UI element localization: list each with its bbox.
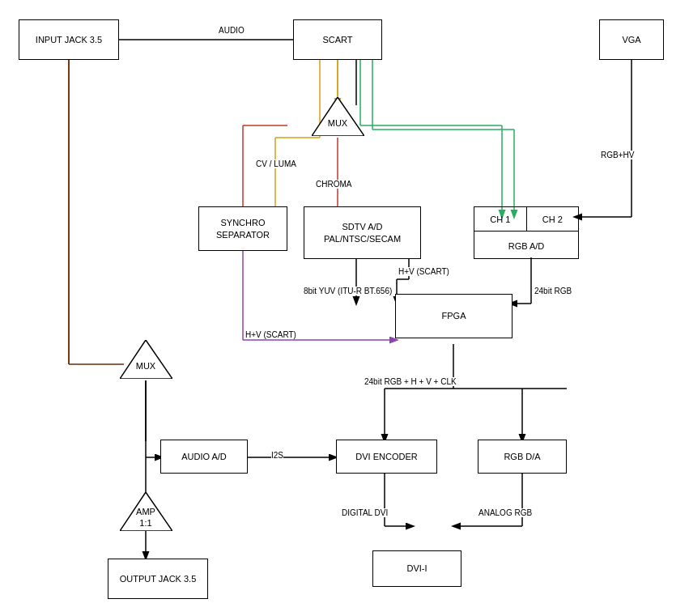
hv-scart-label1: H+V (SCART) [398, 267, 449, 276]
amp-triangle: AMP 1:1 [120, 492, 172, 531]
vga-box: VGA [599, 19, 664, 60]
sdtv-ad-label: SDTV A/D PAL/NTSC/SECAM [324, 221, 401, 244]
dvi-i-label: DVI-I [406, 563, 427, 574]
rgb-da-label: RGB D/A [504, 451, 540, 462]
svg-marker-44 [120, 340, 172, 379]
i2s-line-label: I2S [271, 451, 283, 460]
output-jack-box: OUTPUT JACK 3.5 [108, 559, 208, 599]
connection-lines [0, 0, 689, 616]
cv-luma-line-label: CV / LUMA [256, 159, 296, 168]
scart-box: SCART [293, 19, 382, 60]
vga-label: VGA [622, 34, 640, 45]
ch1-label: CH 1 [474, 207, 527, 231]
block-diagram: INPUT JACK 3.5 SCART VGA MUX SYNCHRO SEP… [0, 0, 689, 616]
sdtv-ad-box: SDTV A/D PAL/NTSC/SECAM [304, 206, 421, 259]
svg-marker-42 [312, 97, 364, 136]
dvi-encoder-label: DVI ENCODER [355, 451, 417, 462]
synchro-sep-box: SYNCHRO SEPARATOR [198, 206, 287, 251]
dvi-encoder-box: DVI ENCODER [336, 440, 437, 474]
mux-left-triangle: MUX [120, 340, 172, 379]
input-jack-label: INPUT JACK 3.5 [36, 34, 102, 45]
synchro-sep-label: SYNCHRO SEPARATOR [216, 217, 270, 240]
svg-text:1:1: 1:1 [139, 518, 151, 528]
mux-top-triangle: MUX [312, 97, 364, 136]
fpga-box: FPGA [395, 294, 512, 338]
rgb-da-box: RGB D/A [478, 440, 567, 474]
audio-ad-box: AUDIO A/D [160, 440, 248, 474]
ch2-label: CH 2 [527, 207, 579, 231]
rgb-ad-label: RGB A/D [474, 232, 578, 260]
fpga-label: FPGA [442, 310, 466, 321]
svg-text:AMP: AMP [136, 507, 155, 516]
audio-line-label: AUDIO [219, 26, 245, 35]
chroma-line-label: CHROMA [316, 180, 351, 189]
24bit-rgb-line-label: 24bit RGB [534, 287, 572, 295]
8bit-yuv-line-label: 8bit YUV (ITU-R BT.656) [304, 287, 392, 295]
hv-scart-label2: H+V (SCART) [245, 330, 296, 339]
scart-label: SCART [322, 34, 352, 45]
24bit-rgb-clk-label: 24bit RGB + H + V + CLK [364, 377, 457, 386]
svg-text:MUX: MUX [136, 361, 156, 371]
dvi-i-box: DVI-I [372, 550, 461, 587]
input-jack-box: INPUT JACK 3.5 [19, 19, 119, 60]
channel-rgb-group: CH 1 CH 2 RGB A/D [474, 206, 579, 259]
rgb-hv-line-label: RGB+HV [601, 151, 634, 159]
digital-dvi-label: DIGITAL DVI [342, 508, 388, 517]
output-jack-label: OUTPUT JACK 3.5 [120, 573, 197, 584]
analog-rgb-label: ANALOG RGB [478, 508, 532, 517]
audio-ad-label: AUDIO A/D [181, 451, 227, 462]
svg-text:MUX: MUX [328, 118, 348, 128]
